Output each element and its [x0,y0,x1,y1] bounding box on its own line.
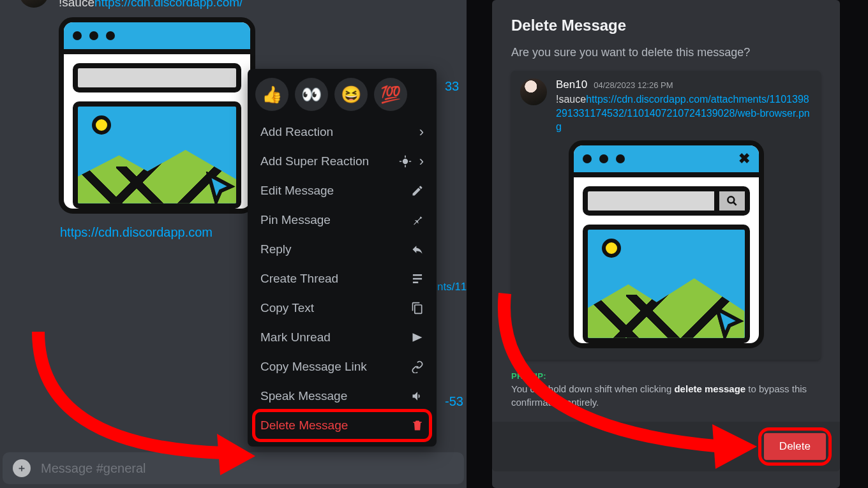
protip-label: PROTIP: [511,371,821,381]
chevron-right-icon: › [419,125,424,139]
screenshot-left: Ben10 04/28/2023 12:26 PM !saucehttps://… [0,0,467,488]
pin-icon [411,214,424,226]
react-eyes[interactable]: 👀 [295,78,328,111]
copy-icon [411,302,424,314]
avatar[interactable] [19,0,49,8]
speaker-icon [411,390,424,403]
message-input-container: ＋ [3,452,464,484]
browser-image-icon [583,225,750,343]
message-link: https://cdn.discordapp.com/attachments/1… [556,94,810,132]
browser-topbar-icon: ✖ [574,145,759,177]
thread-icon [411,272,424,285]
unread-icon [411,331,424,344]
svg-point-0 [403,159,408,164]
chevron-right-icon: › [419,154,424,168]
modal-title: Delete Message [511,17,821,34]
close-icon: ✖ [738,151,750,167]
reply-icon [411,243,424,256]
search-icon [714,191,745,211]
react-thumbs-up[interactable]: 👍 [255,78,288,111]
menu-copy-message-link[interactable]: Copy Message Link [254,352,430,381]
menu-speak-message[interactable]: Speak Message [254,381,430,411]
embed-image: ✖ [569,140,764,348]
browser-urlbar-icon [73,63,241,92]
message-content: !saucehttps://cdn.discordapp.com/ [59,0,456,11]
link-fragment: nts/110 [437,281,467,293]
menu-delete-message[interactable]: Delete Message [254,411,430,440]
menu-reply[interactable]: Reply [254,235,430,264]
burst-icon [399,155,412,168]
message-link[interactable]: https://cdn.discordapp.com/ [94,0,243,9]
cursor-icon [204,172,240,207]
modal-subtitle: Are you sure you want to delete this mes… [511,46,821,59]
pencil-icon [411,184,424,197]
link-fragment: 33 [445,79,459,94]
link-fragment: -53 [445,394,463,409]
cancel-button[interactable]: Cancel [712,434,751,459]
attach-button[interactable]: ＋ [13,459,31,477]
message-preview: Ben10 04/28/2023 12:26 PM !saucehttps://… [511,71,821,360]
timestamp: 04/28/2023 12:26 PM [594,80,673,90]
react-laugh[interactable]: 😆 [334,78,368,111]
avatar [520,78,547,105]
link-icon [411,360,424,373]
trash-icon [411,419,424,432]
cursor-icon [713,306,749,342]
menu-copy-text[interactable]: Copy Text [254,293,430,323]
menu-add-reaction[interactable]: Add Reaction › [254,117,430,147]
react-100[interactable]: 💯 [374,78,407,111]
menu-mark-unread[interactable]: Mark Unread [254,323,430,352]
delete-button[interactable]: Delete [764,433,826,460]
protip-text: You can hold down shift when clicking de… [511,382,811,409]
menu-pin-message[interactable]: Pin Message [254,205,430,235]
menu-create-thread[interactable]: Create Thread [254,264,430,293]
delete-message-modal: Delete Message Are you sure you want to … [492,0,840,488]
menu-edit-message[interactable]: Edit Message [254,176,430,205]
username: Ben10 [556,78,587,91]
embed-image[interactable] [59,17,255,214]
modal-footer: Cancel Delete [492,422,840,471]
browser-topbar-icon [64,22,250,54]
svg-point-2 [728,196,734,203]
browser-urlbar-icon [583,186,750,216]
message-input[interactable] [41,461,454,476]
context-menu: 👍 👀 😆 💯 Add Reaction › Add Super Reactio… [248,69,437,447]
screenshot-right: Delete Message Are you sure you want to … [467,0,868,488]
message-content: !saucehttps://cdn.discordapp.com/attachm… [556,92,812,134]
menu-add-super-reaction[interactable]: Add Super Reaction › [254,147,430,176]
browser-image-icon [73,101,241,209]
